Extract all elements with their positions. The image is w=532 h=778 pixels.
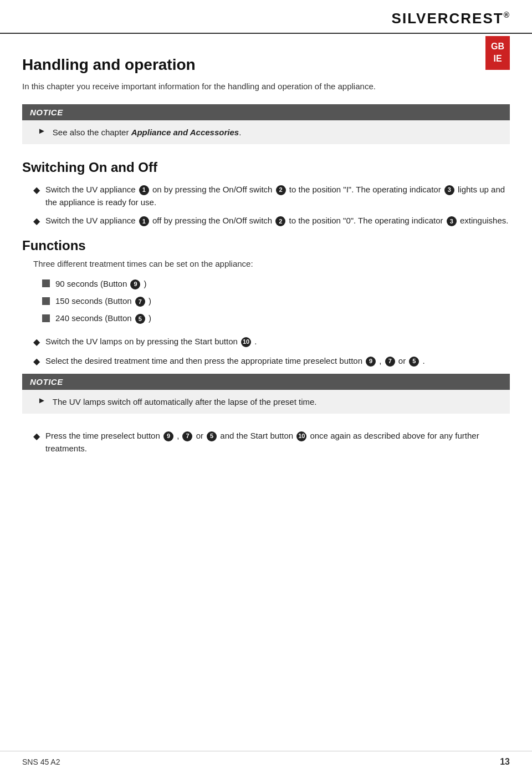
fn-text-3: Press the time preselect button 9 , 7 or… (45, 429, 510, 455)
circled-fn3c: 5 (207, 431, 217, 441)
functions-square-list: 90 seconds (Button 9 ) 150 seconds (Butt… (22, 277, 510, 325)
header: SILVERCREST® (0, 0, 532, 34)
fn2-s2: or (398, 356, 408, 365)
page-subtitle: In this chapter you receive important in… (22, 80, 410, 93)
sq2-text: 150 seconds (Button (55, 296, 132, 306)
notice-arrow-2: ► (38, 395, 46, 405)
fn3-p1: Press the time preselect button (45, 431, 160, 440)
fn-bullet-2: ◆ Select the desired treatment time and … (22, 354, 510, 368)
notice-arrow-1: ► (38, 126, 46, 135)
sq3-text: 240 seconds (Button (55, 313, 132, 323)
fn-text-1: Switch the UV lamps on by pressing the S… (45, 335, 257, 348)
fn3-s2: or (196, 431, 206, 440)
notice-text-1b: Appliance and Accessories (131, 128, 239, 137)
diamond-1: ◆ (33, 184, 40, 197)
fn2-end: . (423, 356, 425, 365)
sq-text-1: 90 seconds (Button 9 ) (55, 277, 147, 290)
circled-2a: 1 (139, 216, 149, 226)
square-bullet-1 (42, 279, 50, 287)
sw1-p2: on by pressing the On/Off switch (152, 185, 273, 194)
notice-body-2: ► The UV lamps switch off automatically … (22, 390, 510, 414)
notice-text-1: See also the chapter Appliance and Acces… (53, 126, 241, 139)
switching-text-2: Switch the UV appliance 1 off by pressin… (45, 214, 508, 227)
circled-fn3b: 7 (182, 431, 192, 441)
circled-sq3: 5 (135, 314, 145, 324)
sq-text-3: 240 seconds (Button 5 ) (55, 312, 151, 324)
notice-text-1a: See also the chapter (53, 128, 129, 137)
sq1-end: ) (144, 279, 147, 288)
switching-heading: Switching On and Off (22, 160, 510, 175)
functions-intro: Three different treatment times can be s… (22, 258, 510, 271)
sw2-p1: Switch the UV appliance (45, 216, 136, 225)
circled-1c: 3 (444, 185, 454, 195)
circled-1b: 2 (276, 185, 286, 195)
final-bullet-list: ◆ Press the time preselect button 9 , 7 … (22, 429, 510, 455)
switching-text-1: Switch the UV appliance 1 on by pressing… (45, 183, 510, 209)
content: Handling and operation In this chapter y… (0, 34, 532, 482)
notice-body-1: ► See also the chapter Appliance and Acc… (22, 120, 510, 144)
country-ie: IE (491, 53, 504, 65)
square-bullet-3 (42, 314, 50, 322)
circled-sq2: 7 (135, 297, 145, 307)
logo-crest: CREST (449, 10, 504, 27)
circled-sq1: 9 (130, 279, 140, 289)
notice-label-1: NOTICE (30, 108, 63, 117)
sq-text-2: 150 seconds (Button 7 ) (55, 294, 151, 307)
notice-label-2: NOTICE (30, 377, 63, 387)
sw2-p2: off by pressing the On/Off switch (152, 216, 272, 225)
diamond-fn2: ◆ (33, 355, 40, 368)
circled-fn1: 10 (241, 337, 251, 347)
footer-page: 13 (500, 757, 510, 767)
page-title: Handling and operation (22, 56, 510, 74)
footer: SNS 45 A2 13 (0, 751, 532, 767)
sq3-end: ) (149, 313, 151, 323)
fn2-p1: Select the desired treatment time and th… (45, 356, 362, 365)
fn-bullet-3: ◆ Press the time preselect button 9 , 7 … (22, 429, 510, 455)
circled-fn2a: 9 (366, 357, 376, 367)
fn3-p3: and the Start button (220, 431, 293, 440)
diamond-fn3: ◆ (33, 430, 40, 443)
notice-header-1: NOTICE (22, 104, 510, 120)
notice-text-2: The UV lamps switch off automatically af… (53, 395, 317, 408)
circled-fn2b: 7 (385, 357, 395, 367)
circled-2c: 3 (447, 216, 457, 226)
diamond-fn1: ◆ (33, 335, 40, 349)
square-bullet-2 (42, 297, 50, 305)
fn-text-2: Select the desired treatment time and th… (45, 354, 425, 367)
notice-text-1c: . (239, 128, 241, 137)
switching-list: ◆ Switch the UV appliance 1 on by pressi… (22, 183, 510, 228)
functions-heading: Functions (22, 238, 510, 253)
page-wrapper: SILVERCREST® GB IE Handling and operatio… (0, 0, 532, 778)
sq-item-1: 90 seconds (Button 9 ) (22, 277, 510, 290)
fn1-end: . (254, 337, 257, 346)
country-badge: GB IE (485, 36, 510, 70)
sw2-p3: to the position "0". The operating indic… (289, 216, 443, 225)
functions-bullet-list: ◆ Switch the UV lamps on by pressing the… (22, 335, 510, 368)
fn-bullet-1: ◆ Switch the UV lamps on by pressing the… (22, 335, 510, 349)
fn2-s1: , (379, 356, 383, 365)
switching-bullet-2: ◆ Switch the UV appliance 1 off by press… (22, 214, 510, 228)
sw1-p1: Switch the UV appliance (45, 185, 136, 194)
sw1-p3: to the position "I". The operating indic… (289, 185, 441, 194)
sq-item-2: 150 seconds (Button 7 ) (22, 294, 510, 307)
sq-item-3: 240 seconds (Button 5 ) (22, 312, 510, 324)
sq1-text: 90 seconds (Button (55, 279, 127, 288)
circled-1a: 1 (139, 185, 149, 195)
sq2-end: ) (149, 296, 151, 306)
fn1-p1: Switch the UV lamps on by pressing the S… (45, 337, 238, 346)
circled-fn3a: 9 (163, 431, 173, 441)
logo-registered: ® (504, 11, 510, 19)
diamond-2: ◆ (33, 215, 40, 228)
notice-box-1: NOTICE ► See also the chapter Appliance … (22, 104, 510, 144)
notice-box-2: NOTICE ► The UV lamps switch off automat… (22, 374, 510, 414)
logo: SILVERCREST® (392, 10, 510, 27)
logo-silver: SILVER (392, 10, 449, 27)
country-gb: GB (491, 40, 504, 53)
fn3-s1: , (177, 431, 181, 440)
footer-model: SNS 45 A2 (22, 757, 60, 766)
sw2-p4: extinguishes. (460, 216, 509, 225)
circled-fn3d: 10 (296, 431, 306, 441)
circled-fn2c: 5 (409, 357, 419, 367)
switching-bullet-1: ◆ Switch the UV appliance 1 on by pressi… (22, 183, 510, 209)
notice-header-2: NOTICE (22, 374, 510, 390)
